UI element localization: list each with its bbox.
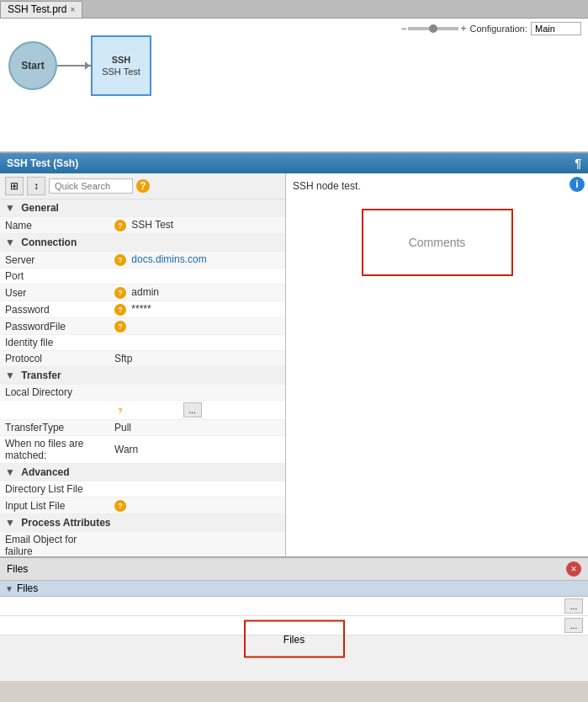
file-value-txt: *.txt xyxy=(0,597,289,616)
section-general: ▼ General xyxy=(0,199,285,217)
files-section-label: Files xyxy=(17,582,38,594)
properties-panel: ⊞ ↕ ? ▼ General Name ? SSH Test xyxy=(0,173,286,556)
help-icon-server: ? xyxy=(114,254,126,266)
files-panel-title: Files xyxy=(7,563,28,575)
help-icon-user: ? xyxy=(114,287,126,299)
help-icon-name: ? xyxy=(114,220,126,231)
prop-no-files-matched[interactable]: When no files are matched: Warn xyxy=(0,436,285,464)
prop-port[interactable]: Port xyxy=(0,269,285,285)
prop-input-list-file[interactable]: Input List File ? xyxy=(0,497,285,514)
help-icon-remote-dir: ? xyxy=(114,405,126,417)
prop-protocol[interactable]: Protocol Sftp xyxy=(0,351,285,367)
canvas-toolbar: − + Configuration: xyxy=(400,22,581,35)
info-icon: i xyxy=(569,177,585,192)
start-node[interactable]: Start xyxy=(8,41,57,90)
props-toolbar: ⊞ ↕ ? xyxy=(0,173,285,199)
props-icon-btn-1[interactable]: ⊞ xyxy=(5,177,24,195)
canvas-area: − + Configuration: Start SSH SSH Test xyxy=(0,19,588,153)
files-panel-header: Files × xyxy=(0,558,588,581)
diagram: Start SSH SSH Test xyxy=(8,35,151,96)
zoom-minus-icon[interactable]: − xyxy=(400,23,406,35)
props-icon-btn-2[interactable]: ↕ xyxy=(27,177,45,195)
section-process-attributes: ▼ Process Attributes xyxy=(0,514,285,532)
files-panel-close-button[interactable]: × xyxy=(566,561,581,577)
files-annotation-label: Files xyxy=(283,633,305,645)
tab-bar: SSH Test.prd × xyxy=(0,0,588,19)
files-panel: Files × ▼ Files *.txt ... ... Files xyxy=(0,556,588,681)
section-transfer: ▼ Transfer xyxy=(0,367,285,385)
comments-box: Comments xyxy=(362,209,513,276)
zoom-slider-thumb[interactable] xyxy=(429,24,437,33)
search-input[interactable] xyxy=(49,178,133,194)
tab-label: SSH Test.prd xyxy=(8,3,66,15)
tab-ssh-test[interactable]: SSH Test.prd × xyxy=(0,1,82,18)
collapse-general-icon[interactable]: ▼ xyxy=(5,202,18,214)
file-ellipsis-button-1[interactable]: ... xyxy=(564,598,583,614)
props-icon-1: ⊞ xyxy=(10,180,19,192)
prop-remote-directory[interactable]: Remote Directory ? /sales/data ... xyxy=(0,401,285,420)
files-collapse-icon[interactable]: ▼ xyxy=(5,584,13,593)
collapse-transfer-icon[interactable]: ▼ xyxy=(5,370,18,381)
config-label: Configuration: xyxy=(470,24,528,34)
help-icon[interactable]: ? xyxy=(136,179,150,193)
tab-close-button[interactable]: × xyxy=(70,5,75,14)
prop-identityfile[interactable]: Identity file xyxy=(0,335,285,351)
prop-name[interactable]: Name ? SSH Test xyxy=(0,217,285,234)
help-icon-passwordfile: ? xyxy=(114,321,126,332)
ssh-node-label: SSH Test xyxy=(102,66,140,77)
prop-local-directory[interactable]: Local Directory xyxy=(0,385,285,401)
panel-header: SSH Test (Ssh) ¶ xyxy=(0,153,588,173)
help-icon-input-list: ? xyxy=(114,500,126,512)
remote-directory-ellipsis-button[interactable]: ... xyxy=(183,402,202,417)
props-icon-2: ↕ xyxy=(34,180,39,192)
file-ellipsis-button-2[interactable]: ... xyxy=(564,618,583,633)
section-advanced: ▼ Advanced xyxy=(0,464,285,481)
collapse-process-icon[interactable]: ▼ xyxy=(5,517,18,529)
help-icon-password: ? xyxy=(114,304,126,316)
ssh-node-title: SSH xyxy=(112,55,131,65)
prop-email-failure[interactable]: Email Object for failure xyxy=(0,532,285,557)
comments-box-label: Comments xyxy=(409,236,466,249)
start-label: Start xyxy=(21,60,44,72)
config-input[interactable] xyxy=(531,22,581,35)
collapse-connection-icon[interactable]: ▼ xyxy=(5,237,18,248)
prop-directory-list-file[interactable]: Directory List File xyxy=(0,481,285,497)
zoom-control[interactable]: − + xyxy=(400,23,466,35)
panel-title: SSH Test (Ssh) xyxy=(7,157,78,169)
prop-user[interactable]: User ? admin xyxy=(0,285,285,301)
ssh-node[interactable]: SSH SSH Test xyxy=(91,35,151,96)
prop-password[interactable]: Password ? ***** xyxy=(0,301,285,318)
comments-panel: i SSH node test. Comments xyxy=(286,173,588,556)
prop-server[interactable]: Server ? docs.dimins.com xyxy=(0,252,285,269)
zoom-slider-track[interactable] xyxy=(408,27,458,30)
properties-table: ▼ General Name ? SSH Test ▼ Connection S… xyxy=(0,199,285,556)
panel-pin-icon[interactable]: ¶ xyxy=(575,157,581,170)
section-connection: ▼ Connection xyxy=(0,234,285,252)
files-subheader: ▼ Files xyxy=(0,581,588,597)
zoom-plus-icon[interactable]: + xyxy=(460,23,466,35)
collapse-advanced-icon[interactable]: ▼ xyxy=(5,466,18,478)
main-content: ⊞ ↕ ? ▼ General Name ? SSH Test xyxy=(0,173,588,556)
diagram-arrow xyxy=(57,65,91,66)
files-annotation-box: Files xyxy=(244,620,345,658)
node-test-label: SSH node test. xyxy=(293,180,581,192)
file-row-txt[interactable]: *.txt ... xyxy=(0,597,588,616)
prop-passwordfile[interactable]: PasswordFile ? xyxy=(0,318,285,335)
files-row-container: *.txt ... ... Files xyxy=(0,597,588,681)
prop-transfertype[interactable]: TransferType Pull xyxy=(0,420,285,436)
